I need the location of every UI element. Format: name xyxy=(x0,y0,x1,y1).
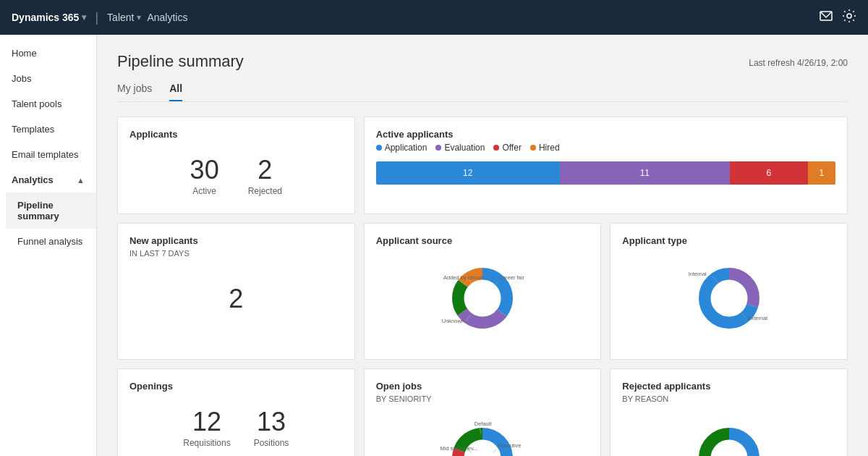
open-jobs-donut-container: Default Mid senior lev... Executive Asso… xyxy=(376,409,590,456)
active-stat: 30 Active xyxy=(190,157,219,196)
app-layout: Home Jobs Talent pools Templates Email t… xyxy=(0,35,868,456)
svg-text:Career fair: Career fair xyxy=(498,274,524,281)
source-donut-container: Added by recruit... Career fair Unknown xyxy=(376,249,590,347)
sidebar-item-jobs[interactable]: Jobs xyxy=(0,66,96,91)
breadcrumb-label: Analytics xyxy=(147,12,187,23)
positions-count: 13 xyxy=(254,409,289,435)
rejected-donut-chart: Experience Assessment xyxy=(686,415,773,456)
legend-hired: Hired xyxy=(530,143,560,153)
tab-my-jobs[interactable]: My jobs xyxy=(117,83,152,101)
brand-chevron-icon: ▾ xyxy=(82,12,86,22)
dashboard-grid: Applicants 30 Active 2 Rejected Active a… xyxy=(117,117,848,456)
sidebar-item-home[interactable]: Home xyxy=(0,41,96,66)
bar-application: 12 xyxy=(376,161,560,185)
sidebar-item-pipeline-summary[interactable]: Pipeline summary xyxy=(6,193,96,229)
svg-text:Internal: Internal xyxy=(688,271,706,277)
card-open-jobs-subtitle: BY SENIORITY xyxy=(376,394,590,403)
legend-offer: Offer xyxy=(493,143,521,153)
requisitions-stat: 12 Requisitions xyxy=(183,409,230,448)
card-openings-title: Openings xyxy=(129,381,343,392)
brand-logo[interactable]: Dynamics 365 ▾ xyxy=(12,12,86,23)
svg-point-1 xyxy=(847,14,851,18)
card-type-title: Applicant type xyxy=(622,235,835,246)
card-active-title: Active applicants xyxy=(376,129,835,140)
message-icon[interactable] xyxy=(819,9,833,27)
tab-all[interactable]: All xyxy=(169,83,182,101)
requisitions-label: Requisitions xyxy=(183,438,230,448)
open-jobs-donut-chart: Default Mid senior lev... Executive Asso… xyxy=(439,415,526,456)
active-legend: Application Evaluation Offer Hired xyxy=(376,143,835,153)
page-title: Pipeline summary xyxy=(117,52,244,71)
rejected-donut-container: Experience Assessment xyxy=(622,409,835,456)
source-donut-chart: Added by recruit... Career fair Unknown xyxy=(439,255,526,342)
type-donut-container: Internal External xyxy=(622,249,835,347)
bar-hired: 1 xyxy=(808,161,835,185)
main-content: Pipeline summary Last refresh 4/26/19, 2… xyxy=(97,35,868,456)
applicants-stats: 30 Active 2 Rejected xyxy=(129,143,343,202)
card-active-applicants: Active applicants Application Evaluation… xyxy=(364,117,848,214)
card-rejected-subtitle: BY REASON xyxy=(622,394,835,403)
bar-evaluation: 11 xyxy=(560,161,730,185)
settings-icon[interactable] xyxy=(842,9,856,27)
active-bar-chart: 12 11 6 1 xyxy=(376,161,835,185)
svg-text:Unknown: Unknown xyxy=(442,318,464,324)
card-rejected-title: Rejected applicants xyxy=(622,381,835,392)
card-openings: Openings 12 Requisitions 13 Positions xyxy=(117,368,355,456)
refresh-info: Last refresh 4/26/19, 2:00 xyxy=(749,58,848,68)
card-applicant-source: Applicant source Added by recruit... Car… xyxy=(364,223,602,360)
active-label: Active xyxy=(190,186,219,196)
card-new-subtitle: IN LAST 7 DAYS xyxy=(129,249,343,258)
rejected-label: Rejected xyxy=(248,186,282,196)
sidebar-item-talent-pools[interactable]: Talent pools xyxy=(0,91,96,117)
rejected-count: 2 xyxy=(248,157,282,183)
card-rejected-applicants: Rejected applicants BY REASON Experience… xyxy=(610,368,848,456)
legend-dot-offer xyxy=(493,145,499,151)
nav-divider: | xyxy=(95,10,98,25)
svg-text:Default: Default xyxy=(475,421,493,427)
bar-offer: 6 xyxy=(730,161,808,185)
sidebar-sub-analytics: Pipeline summary Funnel analysis xyxy=(0,193,96,254)
svg-text:External: External xyxy=(747,315,767,321)
tab-bar: My jobs All xyxy=(117,83,848,102)
svg-text:Added by recruit...: Added by recruit... xyxy=(443,274,488,281)
sidebar-item-templates[interactable]: Templates xyxy=(0,117,96,142)
svg-text:Executive: Executive xyxy=(498,442,522,449)
svg-text:Mid senior lev...: Mid senior lev... xyxy=(440,445,477,452)
sidebar-item-email-templates[interactable]: Email templates xyxy=(0,142,96,167)
rejected-stat: 2 Rejected xyxy=(248,157,282,196)
top-navigation: Dynamics 365 ▾ | Talent ▾ Analytics xyxy=(0,0,868,35)
analytics-chevron-icon: ▲ xyxy=(77,176,85,185)
legend-dot-hired xyxy=(530,145,536,151)
legend-application: Application xyxy=(376,143,427,153)
card-new-applicants: New applicants IN LAST 7 DAYS 2 xyxy=(117,223,355,360)
card-applicant-type: Applicant type Internal External xyxy=(610,223,848,360)
new-applicants-count: 2 xyxy=(129,263,343,334)
card-new-title: New applicants xyxy=(129,235,343,246)
card-applicants: Applicants 30 Active 2 Rejected xyxy=(117,117,355,214)
legend-dot-evaluation xyxy=(435,145,441,151)
sidebar-item-funnel-analysis[interactable]: Funnel analysis xyxy=(6,229,96,254)
active-count: 30 xyxy=(190,157,219,183)
brand-label: Dynamics 365 xyxy=(12,12,79,23)
requisitions-count: 12 xyxy=(183,409,230,435)
legend-evaluation: Evaluation xyxy=(435,143,485,153)
sidebar: Home Jobs Talent pools Templates Email t… xyxy=(0,35,97,456)
page-header: Pipeline summary Last refresh 4/26/19, 2… xyxy=(117,52,848,71)
svg-point-15 xyxy=(712,282,746,316)
svg-point-6 xyxy=(466,282,500,316)
positions-stat: 13 Positions xyxy=(254,409,289,448)
sidebar-item-analytics[interactable]: Analytics ▲ xyxy=(0,167,96,193)
type-donut-chart: Internal External xyxy=(686,255,773,342)
positions-label: Positions xyxy=(254,438,289,448)
module-chevron-icon: ▾ xyxy=(137,12,141,22)
legend-dot-application xyxy=(376,145,382,151)
nav-icons xyxy=(819,9,856,27)
card-applicants-title: Applicants xyxy=(129,129,343,140)
card-open-jobs: Open jobs BY SENIORITY Default Mid senio… xyxy=(364,368,602,456)
module-label[interactable]: Talent ▾ xyxy=(107,12,141,23)
card-open-jobs-title: Open jobs xyxy=(376,381,590,392)
card-source-title: Applicant source xyxy=(376,235,590,246)
openings-stats: 12 Requisitions 13 Positions xyxy=(129,394,343,454)
